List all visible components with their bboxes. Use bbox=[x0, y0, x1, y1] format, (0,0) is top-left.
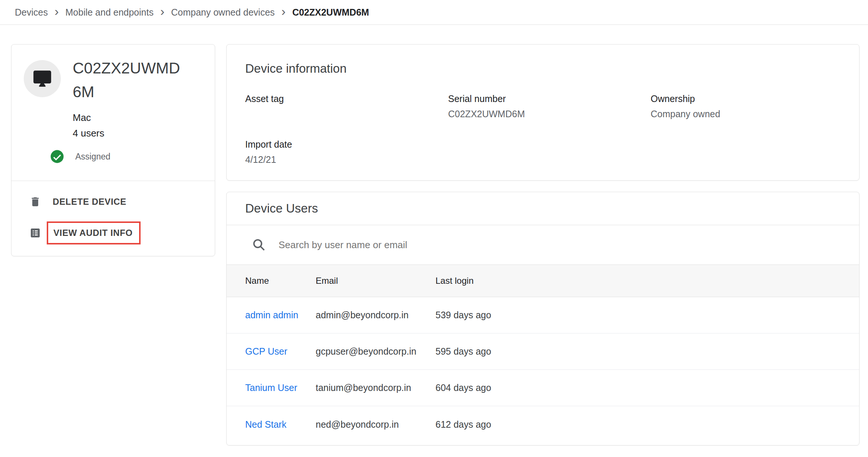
column-header-last-login: Last login bbox=[435, 276, 859, 286]
delete-device-label: DELETE DEVICE bbox=[53, 197, 126, 207]
user-last-login: 604 days ago bbox=[435, 382, 859, 393]
device-information-title: Device information bbox=[227, 45, 859, 76]
field-asset-tag: Asset tag bbox=[245, 93, 448, 120]
annotation-highlight-box: VIEW AUDIT INFO bbox=[47, 221, 141, 244]
user-name-link[interactable]: admin admin bbox=[245, 310, 316, 320]
breadcrumb-item-company-owned[interactable]: Company owned devices bbox=[171, 7, 274, 18]
user-last-login: 612 days ago bbox=[435, 419, 859, 430]
check-circle-icon bbox=[50, 149, 64, 164]
device-summary-header: C02ZX2UWMD6M Mac 4 users Assigned bbox=[11, 45, 215, 181]
device-status: Assigned bbox=[50, 149, 111, 164]
ownership-label: Ownership bbox=[651, 93, 841, 104]
column-header-name: Name bbox=[245, 276, 316, 286]
import-date-label: Import date bbox=[245, 139, 448, 150]
user-email: admin@beyondcorp.in bbox=[316, 310, 435, 320]
table-row: GCP User gcpuser@beyondcorp.in 595 days … bbox=[227, 333, 859, 370]
status-badge: Assigned bbox=[75, 152, 111, 162]
ownership-value: Company owned bbox=[651, 109, 841, 120]
device-type: Mac bbox=[73, 110, 188, 125]
breadcrumb: Devices › Mobile and endpoints › Company… bbox=[0, 0, 868, 25]
search-icon bbox=[252, 238, 266, 252]
view-audit-info-label: VIEW AUDIT INFO bbox=[53, 228, 132, 238]
field-ownership: Ownership Company owned bbox=[651, 93, 841, 120]
chevron-right-icon: › bbox=[55, 5, 59, 20]
user-email: tanium@beyondcorp.in bbox=[316, 382, 435, 393]
serial-number-value: C02ZX2UWMD6M bbox=[448, 109, 651, 120]
view-audit-info-button[interactable]: VIEW AUDIT INFO bbox=[11, 217, 215, 249]
breadcrumb-item-devices[interactable]: Devices bbox=[15, 7, 48, 18]
field-serial-number: Serial number C02ZX2UWMD6M bbox=[448, 93, 651, 120]
breadcrumb-item-mobile-endpoints[interactable]: Mobile and endpoints bbox=[65, 7, 154, 18]
column-header-email: Email bbox=[316, 276, 435, 286]
device-users-count: 4 users bbox=[73, 125, 188, 141]
user-search-bar bbox=[227, 225, 859, 265]
chevron-right-icon: › bbox=[282, 5, 286, 20]
user-name-link[interactable]: GCP User bbox=[245, 346, 316, 357]
delete-device-button[interactable]: DELETE DEVICE bbox=[11, 186, 215, 217]
user-last-login: 539 days ago bbox=[435, 310, 859, 320]
device-summary-card: C02ZX2UWMD6M Mac 4 users Assigned DELETE… bbox=[11, 44, 215, 256]
import-date-value: 4/12/21 bbox=[245, 154, 448, 165]
device-avatar bbox=[24, 60, 61, 97]
device-title: C02ZX2UWMD6M bbox=[73, 56, 188, 104]
search-input[interactable] bbox=[279, 239, 687, 251]
user-email: gcpuser@beyondcorp.in bbox=[316, 346, 435, 357]
table-row: Ned Stark ned@beyondcorp.in 612 days ago bbox=[227, 406, 859, 443]
audit-list-icon bbox=[29, 227, 41, 239]
user-name-link[interactable]: Ned Stark bbox=[245, 419, 316, 430]
desktop-monitor-icon bbox=[33, 69, 52, 88]
device-users-title: Device Users bbox=[245, 201, 318, 216]
user-email: ned@beyondcorp.in bbox=[316, 419, 435, 430]
breadcrumb-current-device: C02ZX2UWMD6M bbox=[292, 7, 369, 18]
user-name-link[interactable]: Tanium User bbox=[245, 382, 316, 393]
asset-tag-value bbox=[245, 109, 448, 120]
trash-icon bbox=[29, 196, 41, 208]
serial-number-label: Serial number bbox=[448, 93, 651, 104]
chevron-right-icon: › bbox=[160, 5, 164, 20]
device-users-card: Device Users Name Email Last login admin… bbox=[226, 192, 859, 446]
user-last-login: 595 days ago bbox=[435, 346, 859, 357]
asset-tag-label: Asset tag bbox=[245, 93, 448, 104]
table-header-row: Name Email Last login bbox=[227, 265, 859, 297]
field-import-date: Import date 4/12/21 bbox=[245, 139, 448, 165]
table-row: admin admin admin@beyondcorp.in 539 days… bbox=[227, 297, 859, 333]
device-information-card: Device information Asset tag Serial numb… bbox=[226, 44, 859, 181]
table-row: Tanium User tanium@beyondcorp.in 604 day… bbox=[227, 370, 859, 406]
